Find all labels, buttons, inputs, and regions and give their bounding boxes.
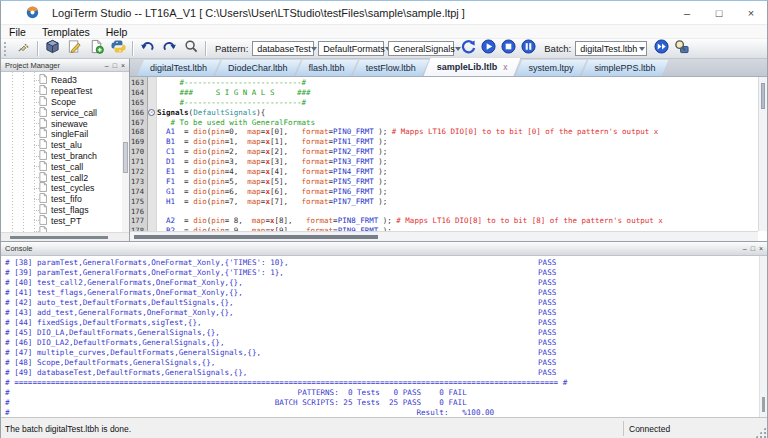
add-file-button[interactable] <box>85 40 107 58</box>
line-number: 174 <box>130 187 147 197</box>
console-line: # [41] test_flags,GeneralFormats,OneForm… <box>5 288 759 298</box>
batch-combo[interactable]: digitalTest.ltbh <box>575 41 647 56</box>
chevron-down-icon[interactable] <box>637 47 646 51</box>
line-number: 171 <box>130 157 147 167</box>
resize-grip-icon[interactable] <box>755 427 766 438</box>
toolbar-grip[interactable] <box>4 42 8 56</box>
fold-column <box>147 177 157 187</box>
connect-button[interactable] <box>12 40 34 58</box>
tree-item-sinewave[interactable]: sinewave <box>1 118 122 129</box>
tree-item-Read3[interactable]: Read3 <box>1 75 122 86</box>
tree-item-test_flags[interactable]: test_flags <box>1 205 122 216</box>
tree-item-Scope[interactable]: Scope <box>1 97 122 108</box>
tree-item-repeatTest[interactable]: repeatTest <box>1 86 122 97</box>
menu-file[interactable]: File <box>1 26 34 38</box>
tree-item-test_call[interactable]: test_call <box>1 161 122 172</box>
maximize-button[interactable]: □ <box>703 1 735 24</box>
line-number: 164 <box>130 88 147 98</box>
code-editor[interactable]: 163 #--------------------------#164 ### … <box>130 77 767 241</box>
fold-column <box>147 167 157 177</box>
tree-item-test_alu[interactable]: test_alu <box>1 140 122 151</box>
menu-templates[interactable]: Templates <box>34 26 98 38</box>
code-line[interactable]: 169 B1 = dio(pin=1, map=x[1], format=PIN… <box>130 137 758 147</box>
close-button[interactable]: × <box>735 1 767 24</box>
code-area[interactable]: 163 #--------------------------#164 ### … <box>130 77 758 231</box>
tab-digitalTest.ltbh[interactable]: digitalTest.ltbh <box>137 60 220 76</box>
search-db-button[interactable] <box>671 40 691 58</box>
undo-button[interactable] <box>136 40 158 58</box>
pause-button[interactable] <box>518 40 538 58</box>
scrollbar-thumb[interactable] <box>123 142 128 172</box>
code-line[interactable]: 174 G1 = dio(pin=6, map=x[6], format=PIN… <box>130 187 758 197</box>
refresh-button[interactable] <box>458 40 478 58</box>
status-badge: PASS <box>538 268 556 278</box>
minimize-button[interactable]: – <box>671 1 703 24</box>
play-button[interactable] <box>478 40 498 58</box>
code-line[interactable]: 167 # To be used with GeneralFormats <box>130 118 758 128</box>
panel-maximize-button[interactable]: □ <box>113 62 117 69</box>
pattern-combo-2[interactable]: GeneralSignals <box>388 41 454 56</box>
code-line[interactable]: 177 A2 = dio(pin= 8, map=x[8], format=PI… <box>130 216 758 226</box>
edit-button[interactable] <box>63 40 85 58</box>
tree-vertical-scrollbar[interactable] <box>122 72 129 232</box>
code-line[interactable]: 170 C1 = dio(pin=2, map=x[2], format=PIN… <box>130 147 758 157</box>
editor-horizontal-scrollbar[interactable] <box>130 231 758 241</box>
code-line[interactable]: 171 D1 = dio(pin=3, map=x[3], format=PIN… <box>130 157 758 167</box>
pattern-combo-1[interactable]: DefaultFormats <box>318 41 384 56</box>
scrollbar-thumb[interactable] <box>761 83 765 109</box>
project-manager-panel: Project Manager – □ × Read3repeatTestSco… <box>1 59 130 241</box>
code-line[interactable]: 165 #--------------------------# <box>130 98 758 108</box>
code-line[interactable]: 175 H1 = dio(pin=7, map=x[7], format=PIN… <box>130 197 758 207</box>
scrollbar-thumb[interactable] <box>134 235 378 239</box>
connection-status: Connected <box>629 424 670 434</box>
tab-simplePPS.ltbh[interactable]: simplePPS.ltbh <box>581 60 668 76</box>
tree-item-singleFail[interactable]: singleFail <box>1 129 122 140</box>
status-badge: PASS <box>538 258 556 268</box>
code-line[interactable]: 173 F1 = dio(pin=5, map=x[5], format=PIN… <box>130 177 758 187</box>
redo-button[interactable] <box>158 40 180 58</box>
menu-help[interactable]: Help <box>98 26 136 38</box>
scrollbar-thumb[interactable] <box>762 397 765 412</box>
code-line[interactable]: 172 E1 = dio(pin=4, map=x[4], format=PIN… <box>130 167 758 177</box>
code-line[interactable]: 164 ### S I G N A L S ### <box>130 88 758 98</box>
tree-item-test_call2[interactable]: test_call2 <box>1 172 122 183</box>
tree-item-test_branch[interactable]: test_branch <box>1 151 122 162</box>
fold-column <box>147 147 157 157</box>
console-output[interactable]: # [38] paramTest,GeneralFormats,OneForma… <box>1 256 759 417</box>
console-minimize-button[interactable]: – <box>743 245 747 252</box>
console-vertical-scrollbar[interactable] <box>759 256 767 417</box>
console-line: # [42] auto_test,DefaultFormats,DefaultS… <box>5 298 759 308</box>
scrollbar-thumb[interactable] <box>10 236 108 239</box>
tree-horizontal-scrollbar[interactable] <box>1 232 129 241</box>
editor-vertical-scrollbar[interactable] <box>758 77 767 231</box>
stop-button[interactable] <box>498 40 518 58</box>
code-line[interactable]: 176 <box>130 207 758 217</box>
status-message: The batch digitalTest.ltbh is done. <box>5 424 131 434</box>
tab-testFlow.ltbh[interactable]: testFlow.ltbh <box>353 60 429 76</box>
pattern-combo-0[interactable]: databaseTest <box>252 41 314 56</box>
tab-sampleLib.ltlb[interactable]: sampleLib.ltlbx <box>424 58 521 76</box>
cube-button[interactable] <box>41 40 63 58</box>
tab-system.ltpy[interactable]: system.ltpy <box>515 60 586 76</box>
fast-forward-icon <box>654 39 669 58</box>
fast-forward-button[interactable] <box>651 40 671 58</box>
code-line[interactable]: 163 #--------------------------# <box>130 78 758 88</box>
panel-minimize-button[interactable]: – <box>105 62 109 69</box>
console-maximize-button[interactable]: □ <box>751 245 755 252</box>
search-button[interactable] <box>180 40 202 58</box>
tree-item-test_fifo[interactable]: test_fifo <box>1 194 122 205</box>
code-line[interactable]: 166-Signals(DefaultSignals){ <box>130 108 758 118</box>
tree-item-test_PT[interactable]: test_PT <box>1 215 122 226</box>
tree-item-test_cycles[interactable]: test_cycles <box>1 183 122 194</box>
fold-collapse-icon[interactable]: - <box>148 109 155 116</box>
console-close-button[interactable]: × <box>759 245 763 252</box>
python-button[interactable] <box>107 40 129 58</box>
chevron-down-icon[interactable] <box>311 47 317 51</box>
panel-close-button[interactable]: × <box>121 62 125 69</box>
tab-label: sampleLib.ltlb <box>437 62 498 72</box>
tab-flash.ltbh[interactable]: flash.ltbh <box>296 60 358 76</box>
code-line[interactable]: 168 A1 = dio(pin=0, map=x[0], format=PIN… <box>130 127 758 137</box>
tree-item-service_call[interactable]: service_call <box>1 107 122 118</box>
tab-DiodeChar.ltbh[interactable]: DiodeChar.ltbh <box>215 60 301 76</box>
tab-close-icon[interactable]: x <box>503 62 507 72</box>
